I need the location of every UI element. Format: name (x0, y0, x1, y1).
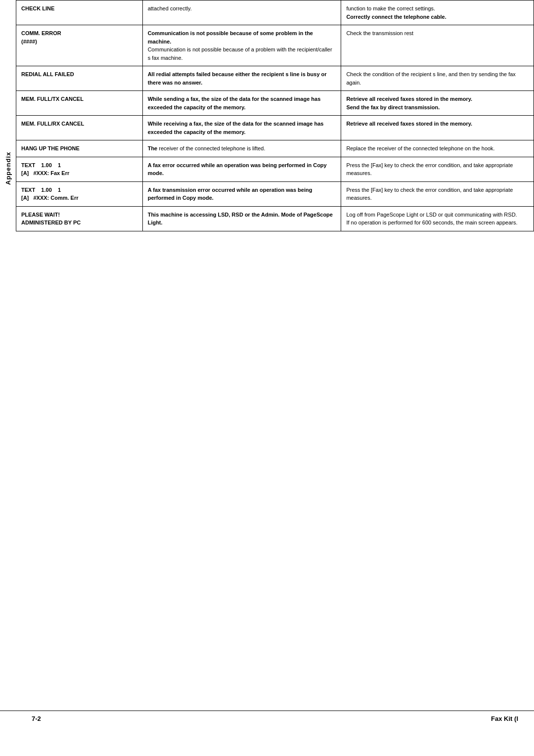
msg-bold: All redial attempts failed because eithe… (148, 71, 327, 86)
error-code-sub: (####) (21, 39, 37, 44)
msg-bold: This machine is accessing LSD, RSD or th… (148, 212, 333, 226)
page-wrapper: Appendix CHECK LINE attached correctly. … (0, 0, 534, 756)
table-row: REDIAL ALL FAILED All redial attempts fa… (16, 66, 534, 91)
table-row: MEM. FULL/RX CANCEL While receiving a fa… (16, 116, 534, 140)
message-cell: Communication is not possible because of… (142, 25, 341, 66)
remedy-bold: Retrieve all received faxes stored in th… (346, 96, 472, 110)
error-code-cell: MEM. FULL/RX CANCEL (16, 116, 143, 140)
remedy-cell: Retrieve all received faxes stored in th… (341, 91, 534, 116)
error-code-label: PLEASE WAIT!ADMINISTERED BY PC (21, 212, 81, 226)
table-row: MEM. FULL/TX CANCEL While sending a fax,… (16, 91, 534, 116)
message-cell: While sending a fax, the size of the dat… (142, 91, 341, 116)
remedy-bold: Correctly connect the telephone cable. (346, 14, 446, 20)
table-row: TEXT 1.00 1 [A] #XXX: Comm. Err A fax tr… (16, 181, 534, 206)
page-number: 7-2 (32, 715, 41, 722)
remedy-cell: Press the [Fax] key to check the error c… (341, 181, 534, 206)
remedy-cell: Press the [Fax] key to check the error c… (341, 157, 534, 181)
error-code-cell: TEXT 1.00 1 [A] #XXX: Fax Err (16, 157, 143, 181)
message-cell: While receiving a fax, the size of the d… (142, 116, 341, 140)
message-cell: A fax transmission error occurred while … (142, 181, 341, 206)
message-cell: A fax error occurred while an operation … (142, 157, 341, 181)
remedy-cell: Check the transmission rest (341, 25, 534, 66)
remedy-cell: function to make the correct settings. C… (341, 0, 534, 25)
page-footer: 7-2 Fax Kit (I (0, 711, 534, 726)
remedy-cell: Replace the receiver of the connected te… (341, 140, 534, 157)
error-code-cell: HANG UP THE PHONE (16, 140, 143, 157)
msg-bold-prefix: The (148, 145, 158, 151)
message-cell: attached correctly. (142, 0, 341, 25)
error-code-cell: MEM. FULL/TX CANCEL (16, 91, 143, 116)
error-code-label: MEM. FULL/RX CANCEL (21, 121, 84, 127)
main-content: CHECK LINE attached correctly. function … (16, 0, 534, 231)
table-row: PLEASE WAIT!ADMINISTERED BY PC This mach… (16, 206, 534, 231)
table-row: CHECK LINE attached correctly. function … (16, 0, 534, 25)
msg-bold: While receiving a fax, the size of the d… (148, 121, 324, 135)
error-code-cell: TEXT 1.00 1 [A] #XXX: Comm. Err (16, 181, 143, 206)
error-code-cell: PLEASE WAIT!ADMINISTERED BY PC (16, 206, 143, 231)
error-code-label: CHECK LINE (21, 5, 54, 11)
message-cell: All redial attempts failed because eithe… (142, 66, 341, 91)
error-code-label: MEM. FULL/TX CANCEL (21, 96, 84, 102)
table-row: TEXT 1.00 1 [A] #XXX: Fax Err A fax erro… (16, 157, 534, 181)
sidebar-label-text: Appendix (4, 151, 12, 184)
msg-bold: Communication is not possible because of… (148, 30, 313, 44)
error-table: CHECK LINE attached correctly. function … (16, 0, 534, 231)
remedy-cell: Check the condition of the recipient s l… (341, 66, 534, 91)
msg-bold: While sending a fax, the size of the dat… (148, 96, 321, 110)
error-code-label: HANG UP THE PHONE (21, 145, 80, 151)
message-cell: The receiver of the connected telephone … (142, 140, 341, 157)
remedy-bold: Retrieve all received faxes stored in th… (346, 121, 472, 127)
error-code-cell: COMM. ERROR (####) (16, 25, 143, 66)
remedy-cell: Retrieve all received faxes stored in th… (341, 116, 534, 140)
sidebar-label: Appendix (0, 0, 16, 336)
error-code-sub: [A] #XXX: Comm. Err (21, 195, 79, 201)
msg-bold: A fax transmission error occurred while … (148, 187, 312, 201)
error-code-label: TEXT 1.00 1 (21, 187, 61, 193)
remedy-cell: Log off from PageScope Light or LSD or q… (341, 206, 534, 231)
msg-bold: A fax error occurred while an operation … (148, 162, 327, 177)
message-cell: This machine is accessing LSD, RSD or th… (142, 206, 341, 231)
footer-title: Fax Kit (I (491, 715, 518, 722)
error-code-sub: [A] #XXX: Fax Err (21, 170, 69, 176)
error-code-label: TEXT 1.00 1 (21, 162, 61, 168)
table-row: COMM. ERROR (####) Communication is not … (16, 25, 534, 66)
error-code-cell: REDIAL ALL FAILED (16, 66, 143, 91)
error-code-cell: CHECK LINE (16, 0, 143, 25)
table-row: HANG UP THE PHONE The receiver of the co… (16, 140, 534, 157)
error-code-label: REDIAL ALL FAILED (21, 71, 74, 77)
error-code-label: COMM. ERROR (21, 30, 61, 36)
